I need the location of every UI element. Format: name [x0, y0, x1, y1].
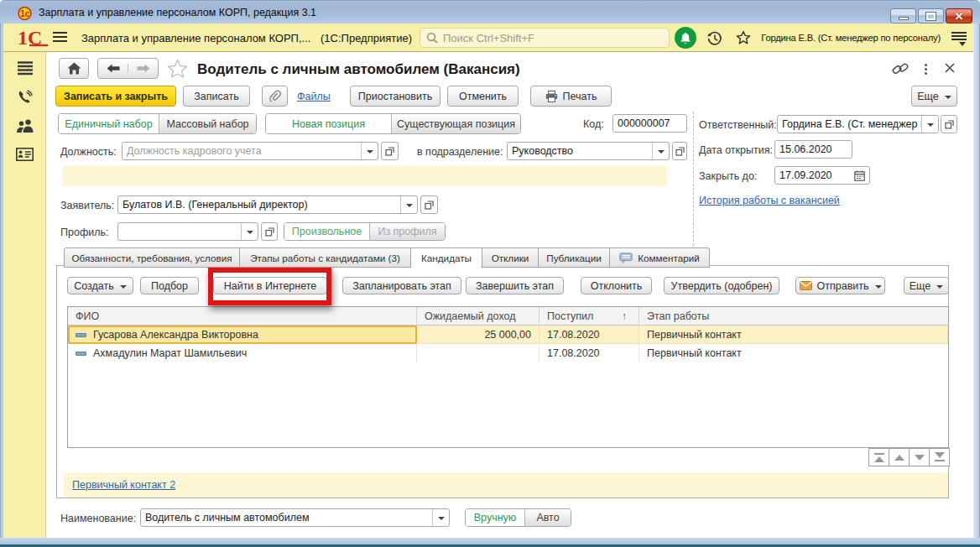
manual-toggle[interactable]: Вручную [466, 509, 524, 526]
form-close-icon[interactable] [944, 62, 956, 74]
approve-button[interactable]: Утвердить (одобрен) [664, 277, 779, 294]
tab-stages[interactable]: Этапы работы с кандидатами (3) [240, 247, 411, 268]
open-icon [425, 201, 434, 210]
search-input[interactable]: Поиск Ctrl+Shift+F [420, 28, 670, 48]
open-icon [265, 227, 274, 237]
candidates-more-button[interactable]: Еще [904, 277, 949, 294]
save-close-button[interactable]: Записать и закрыть [55, 86, 176, 107]
column-header-received[interactable]: Поступил ↑ [540, 307, 639, 325]
cancel-button[interactable]: Отменить [447, 86, 519, 107]
tab-duties[interactable]: Обязанности, требования, условия [64, 247, 240, 268]
department-open-button[interactable] [672, 142, 687, 160]
table-row[interactable]: 25 000,00 17.08.2020 Первичный контакт Г… [68, 326, 948, 344]
personal-card-icon[interactable] [3, 148, 46, 161]
main-menu-icon[interactable] [53, 32, 67, 44]
reject-button[interactable]: Отклонить [581, 277, 652, 294]
open-date-label: Дата открытия: [699, 144, 773, 156]
print-button[interactable]: Печать [530, 86, 612, 107]
create-button[interactable]: Создать [67, 277, 133, 294]
move-top-button[interactable] [868, 448, 889, 466]
responsible-open-button[interactable] [941, 115, 957, 133]
profile-field[interactable] [117, 222, 258, 241]
service-menu-icon[interactable] [951, 32, 967, 45]
department-label: в подразделение: [417, 146, 503, 158]
applicant-field[interactable]: Булатов И.В. (Генеральный директор) [117, 195, 418, 214]
sections-menu-icon[interactable] [3, 61, 46, 76]
minimize-button[interactable] [890, 8, 916, 23]
open-date-field[interactable]: 15.06.2020 [774, 140, 852, 159]
favorites-icon[interactable] [736, 30, 751, 45]
department-field[interactable]: Руководство [507, 142, 670, 160]
home-icon [67, 62, 81, 75]
dropdown-arrow-icon[interactable] [921, 116, 938, 133]
mass-set-toggle[interactable]: Массовый набор [159, 114, 256, 133]
suspend-button[interactable]: Приостановить [350, 86, 440, 107]
history-icon[interactable] [706, 30, 722, 46]
code-field[interactable]: 000000007 [612, 114, 687, 133]
arbitrary-toggle[interactable]: Произвольное [284, 223, 369, 240]
stage-link[interactable]: Первичный контакт 2 [72, 479, 175, 491]
selection-button[interactable]: Подбор [140, 277, 199, 294]
move-up-button[interactable] [889, 448, 910, 466]
maximize-button[interactable] [918, 8, 944, 23]
more-actions-icon[interactable] [922, 61, 929, 76]
phone-calls-icon[interactable] [3, 90, 46, 106]
send-button[interactable]: Отправить [795, 277, 885, 294]
position-field[interactable]: Должность кадрового учета [122, 142, 378, 160]
current-user[interactable]: Гордина Е.В. (Ст. менеджер по персоналу) [761, 33, 941, 43]
forward-button[interactable] [128, 64, 158, 73]
dropdown-arrow-icon[interactable] [400, 196, 417, 213]
auto-toggle[interactable]: Авто [524, 509, 571, 526]
get-link-icon[interactable] [892, 61, 909, 76]
favorite-star-icon[interactable] [167, 59, 188, 79]
dropdown-arrow-icon [936, 285, 943, 289]
move-bottom-button[interactable] [929, 448, 950, 466]
applicant-open-button[interactable] [420, 195, 438, 214]
form-more-button[interactable]: Еще [911, 86, 957, 107]
dropdown-arrow-icon[interactable] [361, 143, 378, 159]
selected-cell[interactable]: Гусарова Александра Викторовна [68, 326, 417, 344]
files-link[interactable]: Файлы [297, 91, 331, 102]
finish-stage-button[interactable]: Завершить этап [466, 277, 564, 294]
dropdown-arrow-icon[interactable] [241, 223, 258, 240]
printer-icon [545, 91, 558, 102]
window-title: Зарплата и управление персоналом КОРП, р… [39, 7, 316, 18]
profile-open-button[interactable] [261, 222, 278, 241]
forward-icon [137, 64, 150, 73]
move-down-button[interactable] [909, 448, 930, 466]
attach-files-button[interactable] [262, 86, 288, 107]
table-row[interactable]: Ахмадулин Марат Шамильевич 17.08.2020 Пе… [68, 344, 948, 362]
tab-publications[interactable]: Публикации [539, 247, 610, 268]
new-position-toggle[interactable]: Новая позиция [266, 114, 391, 133]
back-button[interactable] [98, 64, 128, 73]
calendar-icon[interactable] [854, 170, 865, 181]
vacancy-history-link[interactable]: История работы с вакансией [699, 195, 840, 206]
column-header-fio[interactable]: ФИО [68, 307, 417, 325]
tab-comment[interactable]: Комментарий [610, 247, 710, 268]
plan-stage-button[interactable]: Запланировать этап [342, 277, 461, 294]
notifications-button[interactable] [675, 27, 696, 49]
tab-candidates[interactable]: Кандидаты [411, 247, 482, 268]
employees-icon[interactable] [3, 118, 46, 133]
column-header-income[interactable]: Ожидаемый доход [417, 307, 540, 325]
search-icon [426, 32, 438, 44]
save-button[interactable]: Записать [183, 86, 250, 107]
responsible-field[interactable]: Гордина Е.В. (Ст. менеджер п [777, 115, 939, 133]
from-profile-toggle[interactable]: Из профиля [369, 223, 445, 240]
svg-text:1c: 1c [20, 9, 30, 18]
single-set-toggle[interactable]: Единичный набор [59, 114, 159, 133]
column-header-stage[interactable]: Этап работы [639, 307, 948, 325]
close-date-field[interactable]: 17.09.2020 [774, 166, 870, 185]
app-suffix: (1С:Предприятие) [321, 32, 412, 44]
back-icon [107, 64, 120, 73]
name-mode-toggle: Вручную Авто [465, 508, 571, 527]
app-window: 1c Зарплата и управление персоналом КОРП… [0, 0, 980, 547]
dropdown-arrow-icon[interactable] [432, 509, 449, 526]
existing-position-toggle[interactable]: Существующая позиция [391, 114, 520, 133]
home-button[interactable] [59, 58, 89, 79]
name-field[interactable]: Водитель с личным автомобилем [140, 508, 450, 527]
tab-responses[interactable]: Отклики [482, 247, 539, 268]
close-button[interactable]: ✕ [946, 8, 972, 23]
dropdown-arrow-icon[interactable] [652, 143, 669, 159]
position-open-button[interactable] [381, 142, 399, 160]
